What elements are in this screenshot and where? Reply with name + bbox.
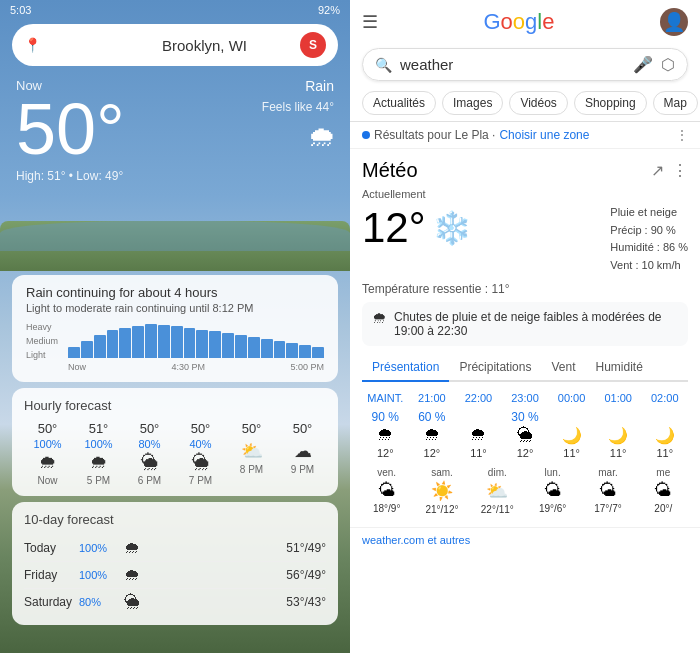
choose-zone-link[interactable]: Choisir une zone	[499, 128, 589, 142]
status-icons: 92%	[318, 4, 340, 16]
hourly-item: 50° 100% 🌧 Now	[24, 421, 71, 486]
daily-item: lun. 🌤 19°/6°	[528, 467, 577, 515]
more-icon[interactable]: ⋮	[676, 128, 688, 142]
forecast-tabs: Présentation Précipitations Vent Humidit…	[362, 354, 688, 382]
daily-icon: 🌤	[654, 480, 672, 501]
hourly-temp: 50°	[140, 421, 160, 436]
tab-shopping[interactable]: Shopping	[574, 91, 647, 115]
daily-day: ven.	[377, 467, 396, 478]
daily-temps: 20°/	[654, 503, 672, 514]
chart-bar	[299, 345, 311, 358]
tab-videos[interactable]: Vidéos	[509, 91, 567, 115]
hourly-time: 5 PM	[87, 475, 110, 486]
hourly-forecast: Hourly forecast 50° 100% 🌧 Now 51° 100% …	[12, 388, 338, 496]
hft-header-row: MAINT. 21:00 22:00 23:00 00:00 01:00 02:…	[362, 390, 688, 406]
tenday-day: Friday	[24, 568, 79, 582]
hft-temps-row: 12° 12° 11° 12° 11° 11° 11°	[362, 447, 688, 459]
current-right: Pluie et neige Précip : 90 % Humidité : …	[610, 204, 688, 274]
daily-day: lun.	[545, 467, 561, 478]
chart-intensity-labels: Heavy Medium Light	[26, 322, 58, 360]
tab-vent[interactable]: Vent	[541, 354, 585, 382]
now-label: Now	[16, 78, 334, 93]
hourly-pct: 100%	[33, 438, 61, 450]
wind-text: Vent : 10 km/h	[610, 257, 688, 275]
tenday-temps: 53°/43°	[286, 595, 326, 609]
chart-bar	[235, 335, 247, 358]
tenday-icon: 🌧	[124, 566, 148, 584]
hft-pct-row: 90 % 60 % 30 %	[362, 410, 688, 424]
tab-presentation[interactable]: Présentation	[362, 354, 449, 382]
daily-item: ven. 🌤 18°/9°	[362, 467, 411, 515]
tenday-day: Saturday	[24, 595, 79, 609]
feels-label: Température ressentie : 11°	[362, 282, 688, 296]
chart-bar	[81, 341, 93, 358]
daily-item: dim. ⛅ 22°/11°	[473, 467, 522, 515]
daily-temps: 17°/7°	[594, 503, 621, 514]
chart-bar	[222, 333, 234, 358]
voice-search-icon[interactable]: 🎤	[633, 55, 653, 74]
meteo-card-header: Météo ↗ ⋮	[362, 159, 688, 182]
search-query-text: weather	[400, 56, 625, 73]
precip-text: Précip : 90 %	[610, 222, 688, 240]
tenday-day: Today	[24, 541, 79, 555]
hourly-icon: 🌦	[141, 452, 159, 473]
tab-humidite[interactable]: Humidité	[585, 354, 652, 382]
hourly-time: 8 PM	[240, 464, 263, 475]
tenday-pct: 100%	[79, 569, 124, 581]
hft-temp-3: 12°	[502, 447, 549, 459]
hourly-temp: 50°	[293, 421, 313, 436]
time-430: 4:30 PM	[171, 362, 205, 372]
tab-actualites[interactable]: Actualités	[362, 91, 436, 115]
daily-item: me 🌤 20°/	[639, 467, 688, 515]
hourly-item: 50° 80% 🌦 6 PM	[126, 421, 173, 486]
logo-g2: g	[525, 9, 537, 34]
hft-icon-4: 🌙	[548, 426, 595, 445]
attribution[interactable]: weather.com et autres	[350, 527, 700, 552]
hft-pct-0: 90 %	[362, 410, 409, 424]
right-panel: ☰ Google 👤 🔍 weather 🎤 ⬡ Actualités Imag…	[350, 0, 700, 653]
humidity-text: Humidité : 86 %	[610, 239, 688, 257]
hft-icon-0: 🌨	[362, 426, 409, 445]
tenday-row: Today 100% 🌧 51°/49°	[24, 535, 326, 562]
hourly-icon: ☁	[294, 440, 312, 462]
tab-precipitations[interactable]: Précipitations	[449, 354, 541, 382]
share-icon[interactable]: ↗	[651, 161, 664, 180]
tab-images[interactable]: Images	[442, 91, 503, 115]
tenday-icon: 🌧	[124, 539, 148, 557]
user-avatar-right[interactable]: 👤	[660, 8, 688, 36]
tenday-title: 10-day forecast	[24, 512, 326, 527]
rain-info-box: Rain continuing for about 4 hours Light …	[12, 275, 338, 382]
hourly-item: 50° ⛅ 8 PM	[228, 421, 275, 486]
daily-temps: 19°/6°	[539, 503, 566, 514]
logo-o1: o	[501, 9, 513, 34]
tenday-temps: 51°/49°	[286, 541, 326, 555]
tenday-forecast: 10-day forecast Today 100% 🌧 51°/49° Fri…	[12, 502, 338, 625]
daily-icon: 🌤	[544, 480, 562, 501]
chart-bar	[196, 330, 208, 359]
high-low-label: High: 51° • Low: 49°	[16, 169, 334, 183]
user-avatar-left[interactable]: S	[300, 32, 326, 58]
hft-temp-2: 11°	[455, 447, 502, 459]
tenday-temps: 56°/49°	[286, 568, 326, 582]
rain-subtitle: Light to moderate rain continuing until …	[26, 302, 324, 314]
hamburger-menu[interactable]: ☰	[362, 11, 378, 33]
tab-map[interactable]: Map	[653, 91, 698, 115]
location-search-bar[interactable]: 📍 Brooklyn, WI S	[12, 24, 338, 66]
daily-temps: 21°/12°	[425, 504, 458, 515]
hourly-temp: 50°	[242, 421, 262, 436]
chart-bar	[209, 331, 221, 358]
logo-o2: o	[513, 9, 525, 34]
hourly-pct: 100%	[84, 438, 112, 450]
google-lens-icon[interactable]: ⬡	[661, 55, 675, 74]
blue-dot-icon	[362, 131, 370, 139]
chart-bar	[312, 347, 324, 358]
hft-col-2200: 22:00	[455, 392, 502, 404]
snow-warning-text: Chutes de pluie et de neige faibles à mo…	[394, 310, 678, 338]
precipitation-chart: Heavy Medium Light	[26, 322, 324, 372]
hft-icon-6: 🌙	[641, 426, 688, 445]
google-search-bar[interactable]: 🔍 weather 🎤 ⬡	[362, 48, 688, 81]
hourly-time: 6 PM	[138, 475, 161, 486]
hft-temp-4: 11°	[548, 447, 595, 459]
hourly-title: Hourly forecast	[24, 398, 326, 413]
more-options-icon[interactable]: ⋮	[672, 161, 688, 180]
